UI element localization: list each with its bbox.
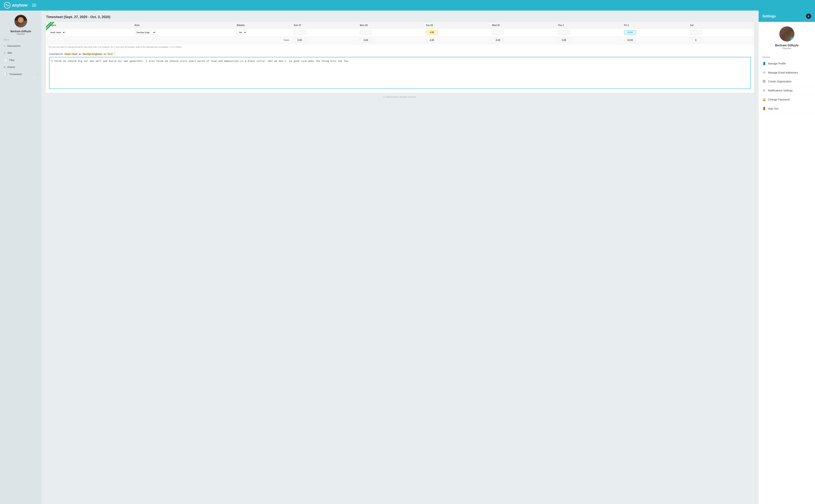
sidebar-user-org: PiperNet xyxy=(17,33,25,35)
total-sun27[interactable] xyxy=(294,38,306,42)
settings-item-label: Manage Profile xyxy=(768,62,786,65)
comment-section: Comment for Hooli: Hooli as DevOps Engin… xyxy=(46,50,754,93)
settings-avatar: ✎ xyxy=(779,26,794,41)
timesheet-card: SUBMITTED Project Role Billable Sun 27 M… xyxy=(46,22,754,93)
billable-select[interactable]: Yes xyxy=(237,30,246,35)
fri2-input[interactable] xyxy=(624,30,636,35)
sidebar-item-wiki[interactable]: □ Wiki xyxy=(0,49,41,56)
settings-item-manage-email[interactable]: ✉ Manage Email Addresses xyxy=(759,68,815,77)
hamburger-menu[interactable] xyxy=(32,4,36,7)
sidebar-navigation: ○ Discussions □ Wiki 📄 Files ≡ History 📑… xyxy=(0,42,41,78)
wed30-input[interactable] xyxy=(492,30,504,35)
comment-as: as xyxy=(79,53,82,55)
submitted-ribbon: SUBMITTED xyxy=(46,22,55,32)
col-fri2: Fri 2 xyxy=(622,22,688,29)
manage-profile-icon: 👤 xyxy=(762,62,766,65)
col-billable: Billable xyxy=(234,22,291,29)
timesheets-icon: 📑 xyxy=(4,72,7,76)
files-icon: 📄 xyxy=(4,58,7,62)
comment-day: Fri 2 xyxy=(107,52,113,56)
settings-item-create-org[interactable]: 🖼 Create Organization xyxy=(759,77,815,86)
col-project: Project xyxy=(46,22,132,29)
discussions-icon: ○ xyxy=(4,44,5,48)
sidebar-item-label: Wiki xyxy=(7,51,12,54)
settings-item-label: Manage Email Addresses xyxy=(768,71,798,74)
sidebar-section-main: MAIN xyxy=(0,39,13,41)
wiki-icon: □ xyxy=(4,51,5,54)
col-thu1: Thu 1 xyxy=(556,22,622,29)
sidebar-item-history[interactable]: ≡ History xyxy=(0,64,41,71)
col-mon28: Mon 28 xyxy=(357,22,424,29)
notifications-icon: ⚙ xyxy=(762,89,766,92)
sidebar-item-label: Timesheets xyxy=(9,73,22,76)
table-row: Hooli: Hooli DevOps Engir... Yes xyxy=(46,29,754,36)
col-tue29: Tue 29 xyxy=(424,22,490,29)
sidebar-item-label: Files xyxy=(9,59,14,61)
settings-header: Settings × xyxy=(759,11,815,22)
submitted-badge-container: SUBMITTED xyxy=(46,22,58,34)
settings-item-sign-out[interactable]: 🚪 Sign Out xyxy=(759,104,815,113)
settings-item-notifications[interactable]: ⚙ Notifications Settings xyxy=(759,86,815,95)
mon28-input[interactable] xyxy=(360,30,372,35)
comment-role: DevOps Engineer xyxy=(82,52,103,56)
main-layout: Bertram Gilfoyle PiperNet MAIN ○ Discuss… xyxy=(0,11,815,504)
sidebar-item-files[interactable]: 📄 Files xyxy=(0,56,41,64)
settings-item-manage-profile[interactable]: 👤 Manage Profile xyxy=(759,59,815,68)
comment-project: Hooli: Hooli xyxy=(64,52,78,56)
footer-text: © 2020 AnyHow. All rights reserved. xyxy=(46,93,754,101)
total-fri2[interactable] xyxy=(624,38,636,42)
app-header: anyhow xyxy=(0,0,815,11)
sat-input[interactable] xyxy=(690,30,702,35)
sidebar: Bertram Gilfoyle PiperNet MAIN ○ Discuss… xyxy=(0,11,41,504)
sun27-input[interactable] xyxy=(294,30,306,35)
comment-label: Comment for Hooli: Hooli as DevOps Engin… xyxy=(49,53,751,55)
required-marker: * xyxy=(114,53,115,55)
total-mon28[interactable] xyxy=(360,38,372,42)
sidebar-item-discussions[interactable]: ○ Discussions xyxy=(0,42,41,49)
chevron-right-icon: › xyxy=(37,73,38,75)
close-icon: × xyxy=(808,15,809,18)
sidebar-item-label: Discussions xyxy=(7,44,20,47)
settings-item-change-password[interactable]: 🔒 Change Password xyxy=(759,95,815,104)
thu1-input[interactable] xyxy=(558,30,570,35)
app-logo: anyhow xyxy=(4,2,28,9)
edit-avatar-button[interactable]: ✎ xyxy=(790,37,794,41)
page-title: Timesheet (Sept. 27, 2020 - Oct. 3, 2020… xyxy=(46,15,754,19)
avatar xyxy=(14,14,28,28)
tue29-input[interactable] xyxy=(426,30,438,35)
total-wed30[interactable] xyxy=(492,38,504,42)
settings-panel: Settings × ✎ Bertram Gilfoyle PiperNet G… xyxy=(758,11,815,504)
comment-label-prefix: Comment for xyxy=(49,53,64,55)
settings-user-section: ✎ Bertram Gilfoyle PiperNet xyxy=(759,22,815,54)
app-name: anyhow xyxy=(12,3,28,8)
settings-title: Settings xyxy=(762,14,776,18)
settings-close-button[interactable]: × xyxy=(806,14,811,19)
settings-user-name: Bertram Gilfoyle xyxy=(775,44,798,47)
sign-out-icon: 🚪 xyxy=(762,107,766,110)
sidebar-user-name: Bertram Gilfoyle xyxy=(11,30,31,33)
role-select[interactable]: DevOps Engir... xyxy=(135,30,156,35)
avatar-image xyxy=(15,15,27,27)
logo-icon xyxy=(4,2,11,9)
total-thu1[interactable] xyxy=(558,38,570,42)
create-org-icon: 🖼 xyxy=(762,80,766,83)
sidebar-item-timesheets[interactable]: 📑 Timesheets › xyxy=(0,71,41,78)
totals-row: Totals xyxy=(46,36,754,44)
col-sun27: Sun 27 xyxy=(291,22,357,29)
settings-item-label: Create Organization xyxy=(768,80,792,83)
col-sat: Sat xyxy=(688,22,754,29)
comment-textarea[interactable]: I think we should dig our own well and b… xyxy=(49,57,751,89)
settings-item-label: Sign Out xyxy=(768,107,778,110)
settings-menu: 👤 Manage Profile ✉ Manage Email Addresse… xyxy=(759,59,815,113)
sidebar-item-label: History xyxy=(7,66,15,68)
col-role: Role xyxy=(132,22,234,29)
manage-email-icon: ✉ xyxy=(762,71,766,74)
comment-on: on xyxy=(103,53,107,55)
settings-item-label: Notifications Settings xyxy=(768,89,793,92)
timesheet-table: Project Role Billable Sun 27 Mon 28 Tue … xyxy=(46,22,754,44)
total-tue29[interactable] xyxy=(426,38,438,42)
settings-user-org: PiperNet xyxy=(782,47,791,50)
hint-text: You can use strict or casual format for … xyxy=(46,44,754,50)
settings-section-general: General xyxy=(759,54,815,59)
total-sat[interactable] xyxy=(690,38,702,42)
